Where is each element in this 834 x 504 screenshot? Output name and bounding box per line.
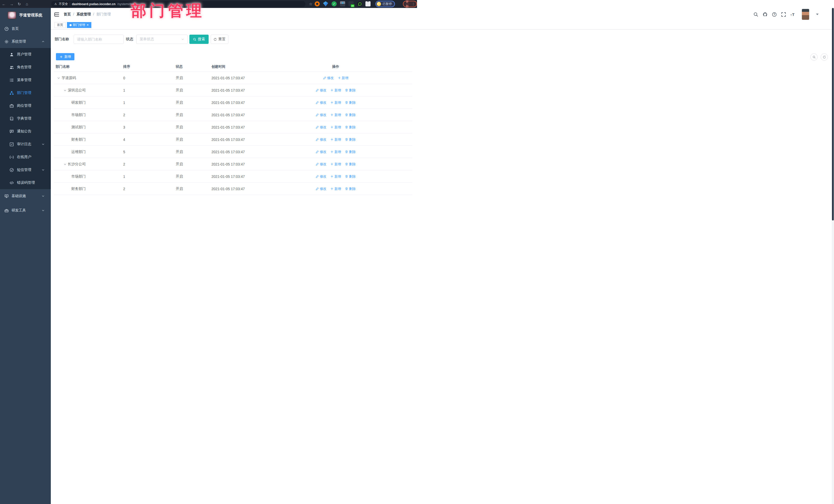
app-logo-row[interactable]: 芋道管理系统 bbox=[0, 8, 51, 22]
row-action-add[interactable]: 新增 bbox=[330, 187, 341, 191]
header-status: 状态 bbox=[174, 62, 210, 72]
row-action-add[interactable]: 新增 bbox=[330, 162, 341, 167]
row-action-edit[interactable]: 修改 bbox=[316, 174, 326, 179]
expand-toggle-icon[interactable] bbox=[64, 89, 66, 92]
row-action-edit[interactable]: 修改 bbox=[323, 76, 334, 80]
browser-forward-button[interactable]: → bbox=[8, 0, 15, 8]
table-row: 市场部门1开启2021-01-05 17:03:47修改新增删除 bbox=[54, 170, 412, 183]
sidebar-item-label: 系统管理 bbox=[12, 39, 26, 44]
row-actions: 修改新增 bbox=[284, 72, 388, 84]
sidebar-item-audit[interactable]: 审计日志 bbox=[0, 138, 51, 151]
tag-home[interactable]: 首页 bbox=[54, 22, 66, 28]
close-icon[interactable]: ✕ bbox=[86, 24, 89, 26]
dept-name-input[interactable] bbox=[74, 35, 124, 44]
bookmark-star-icon[interactable]: ☆ bbox=[307, 0, 314, 8]
browser-profile-button[interactable]: 已暂停 bbox=[375, 1, 395, 7]
sidebar-item-label: 审计日志 bbox=[17, 142, 31, 147]
expand-toggle-icon[interactable] bbox=[57, 76, 60, 79]
sidebar-item-infra[interactable]: 基础设施 bbox=[0, 190, 51, 202]
extensions-puzzle-icon[interactable] bbox=[366, 1, 371, 6]
sidebar-item-dept[interactable]: 部门管理 bbox=[0, 86, 51, 99]
sidebar-item-online[interactable]: 在线用户 bbox=[0, 151, 51, 163]
tag-dept-active[interactable]: 部门管理 ✕ bbox=[67, 22, 91, 28]
add-button-label: 新增 bbox=[64, 54, 71, 59]
sidebar-item-post[interactable]: 岗位管理 bbox=[0, 99, 51, 112]
table-row: 财务部门4开启2021-01-05 17:03:47修改新增删除 bbox=[54, 133, 412, 146]
row-action-delete[interactable]: 删除 bbox=[345, 100, 356, 105]
row-action-edit[interactable]: 修改 bbox=[316, 125, 326, 130]
row-action-add[interactable]: 新增 bbox=[330, 100, 341, 105]
top-navbar: 首页 / 系统管理 / 部门管理 ? TT bbox=[51, 8, 417, 21]
browser-menu-icon[interactable]: ⋮ bbox=[412, 2, 415, 6]
dashboard-icon bbox=[4, 27, 9, 31]
dept-table: 部门名称 排序 状态 创建时间 操作 芋道源码0开启2021-01-05 17:… bbox=[54, 62, 412, 195]
url-separator bbox=[70, 2, 70, 6]
extension-icon-on-badge[interactable] bbox=[349, 1, 354, 6]
row-actions: 修改新增删除 bbox=[284, 158, 388, 170]
row-action-delete[interactable]: 删除 bbox=[345, 187, 356, 191]
reset-button[interactable]: 重置 bbox=[211, 35, 228, 44]
filter-form: 部门名称 状态 菜单状态 搜索 重置 bbox=[51, 35, 417, 44]
status-text: 开启 bbox=[174, 72, 210, 84]
browser-reload-button[interactable]: ↻ bbox=[15, 0, 23, 8]
browser-back-button[interactable]: ← bbox=[0, 0, 8, 8]
status-select[interactable]: 菜单状态 bbox=[136, 35, 188, 44]
row-action-edit[interactable]: 修改 bbox=[316, 88, 326, 93]
sidebar-item-sms[interactable]: 短信管理 bbox=[0, 163, 51, 176]
extension-icon-orange[interactable] bbox=[314, 1, 320, 6]
row-action-add[interactable]: 新增 bbox=[338, 76, 349, 80]
row-action-edit[interactable]: 修改 bbox=[316, 150, 326, 154]
sidebar-item-home[interactable]: 首页 bbox=[0, 22, 51, 35]
sidebar-item-dict[interactable]: 字典管理 bbox=[0, 112, 51, 125]
sidebar-item-roles[interactable]: 角色管理 bbox=[0, 61, 51, 74]
row-action-delete[interactable]: 删除 bbox=[345, 88, 356, 93]
row-action-edit[interactable]: 修改 bbox=[316, 187, 326, 191]
row-action-delete[interactable]: 删除 bbox=[345, 125, 356, 130]
status-text: 开启 bbox=[174, 146, 210, 158]
breadcrumb-system[interactable]: 系统管理 bbox=[76, 12, 91, 17]
sort-value: 3 bbox=[121, 121, 174, 133]
row-action-delete[interactable]: 删除 bbox=[345, 137, 356, 142]
row-action-edit[interactable]: 修改 bbox=[316, 162, 326, 167]
browser-home-button[interactable]: ⌂ bbox=[23, 0, 31, 8]
extension-icon-green-check[interactable] bbox=[332, 1, 337, 6]
row-action-delete[interactable]: 删除 bbox=[345, 174, 356, 179]
sidebar-item-devtools[interactable]: 研发工具 bbox=[0, 204, 51, 217]
row-action-add[interactable]: 新增 bbox=[330, 174, 341, 179]
breadcrumb-home[interactable]: 首页 bbox=[64, 12, 71, 17]
extension-icon-gem[interactable] bbox=[323, 1, 328, 6]
row-action-edit[interactable]: 修改 bbox=[316, 113, 326, 117]
sidebar-item-menus[interactable]: 菜单管理 bbox=[0, 74, 51, 86]
row-action-add[interactable]: 新增 bbox=[330, 125, 341, 130]
sidebar-item-label: 用户管理 bbox=[17, 52, 31, 57]
row-action-add[interactable]: 新增 bbox=[330, 150, 341, 154]
row-action-add[interactable]: 新增 bbox=[330, 88, 341, 93]
sidebar-item-users[interactable]: 用户管理 bbox=[0, 48, 51, 61]
active-tag-dot bbox=[69, 24, 72, 26]
row-actions: 修改新增删除 bbox=[284, 96, 388, 109]
row-action-edit[interactable]: 修改 bbox=[316, 137, 326, 142]
sort-value: 1 bbox=[121, 84, 174, 96]
browser-update-button[interactable]: 更新 ⋮ bbox=[403, 1, 417, 7]
sidebar-item-system[interactable]: 系统管理 bbox=[0, 35, 51, 48]
extension-icon-squares[interactable] bbox=[340, 1, 345, 6]
created-time: 2021-01-05 17:03:47 bbox=[210, 109, 284, 121]
row-action-add[interactable]: 新增 bbox=[330, 113, 341, 117]
hamburger-icon[interactable] bbox=[54, 12, 59, 17]
row-action-delete[interactable]: 删除 bbox=[345, 113, 356, 117]
row-actions: 修改新增删除 bbox=[284, 133, 388, 146]
row-action-edit[interactable]: 修改 bbox=[316, 100, 326, 105]
row-action-add[interactable]: 新增 bbox=[330, 137, 341, 142]
url-bar[interactable]: ⚠ 不安全 dashboard.yudao.iocoder.cn /system… bbox=[51, 1, 305, 7]
menu-list-icon bbox=[9, 78, 14, 82]
expand-toggle-icon[interactable] bbox=[64, 163, 66, 166]
row-action-delete[interactable]: 删除 bbox=[345, 162, 356, 167]
search-button[interactable]: 搜索 bbox=[190, 35, 208, 44]
sidebar-item-notice[interactable]: 通知公告 bbox=[0, 125, 51, 138]
book-icon bbox=[9, 116, 14, 121]
add-dept-button[interactable]: 新增 bbox=[56, 53, 74, 60]
sidebar-item-errcode[interactable]: 错误码管理 bbox=[0, 176, 51, 189]
extension-icon-key[interactable] bbox=[357, 1, 362, 6]
table-row: 测试部门3开启2021-01-05 17:03:47修改新增删除 bbox=[54, 121, 412, 133]
row-action-delete[interactable]: 删除 bbox=[345, 150, 356, 154]
